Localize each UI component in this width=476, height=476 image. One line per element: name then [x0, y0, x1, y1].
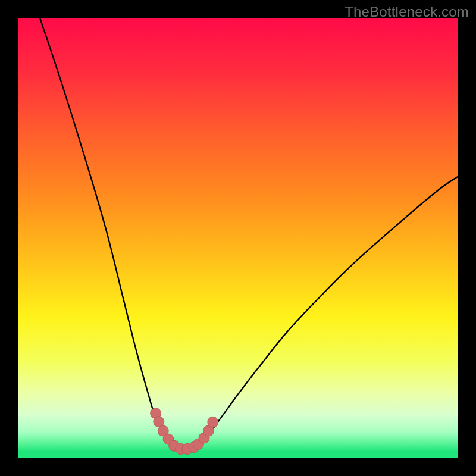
plot-area	[18, 18, 458, 458]
highlight-dot	[208, 416, 218, 427]
chart-stage: TheBottleneck.com	[0, 0, 476, 476]
chart-svg	[18, 18, 458, 458]
gradient-background	[18, 18, 458, 458]
